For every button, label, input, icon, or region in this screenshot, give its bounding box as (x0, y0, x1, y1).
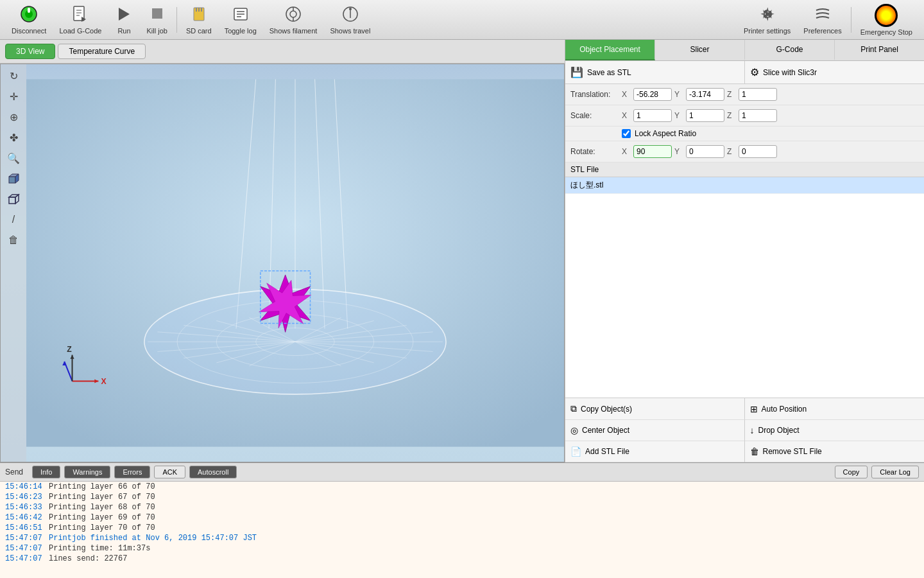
add-stl-label: Add STL File (585, 447, 629, 456)
slice-button[interactable]: ⚙ Slice with Slic3r (745, 61, 924, 83)
tz-axis-label: Z (727, 90, 736, 99)
kill-job-icon (149, 5, 166, 26)
log-time: 15:46:23 (5, 493, 44, 502)
3d-viewport[interactable]: ↻ ✛ ⊕ ✤ 🔍 (0, 64, 565, 462)
sx-axis-label: X (622, 111, 631, 120)
shows-travel-label: Shows travel (330, 27, 370, 35)
rotate-label: Rotate: (570, 147, 622, 156)
log-time: 15:46:51 (5, 523, 44, 532)
zoom-tool[interactable]: 🔍 (4, 149, 23, 167)
rx-input[interactable] (633, 145, 672, 158)
tab-temperature-curve[interactable]: Temperature Curve (58, 44, 146, 59)
sx-input[interactable] (633, 109, 672, 122)
shows-travel-button[interactable]: Shows travel (323, 3, 377, 37)
trash-tool[interactable]: 🗑 (4, 231, 23, 249)
tab-3d-view[interactable]: 3D View (5, 44, 55, 59)
sy-axis-label: Y (674, 111, 683, 120)
svg-rect-13 (201, 8, 202, 12)
emergency-stop-button[interactable]: Emergency Stop (854, 1, 919, 39)
drop-object-button[interactable]: ↓ Drop Object (745, 420, 925, 441)
3d-scene: X Z (26, 64, 564, 462)
tx-axis-label: X (622, 90, 631, 99)
emergency-stop-label: Emergency Stop (860, 28, 912, 36)
lock-aspect-checkbox[interactable] (622, 129, 631, 138)
info-button[interactable]: Info (32, 466, 60, 478)
auto-position-icon: ⊞ (750, 404, 758, 414)
sy-input[interactable] (686, 109, 724, 122)
tx-input[interactable] (633, 88, 672, 101)
translation-row: Translation: X Y Z (565, 84, 924, 105)
translation-fields: X Y Z (622, 88, 919, 101)
load-gcode-button[interactable]: Load G-Code (53, 3, 108, 37)
log-message: lines send: 22767 (49, 554, 127, 563)
log-toolbar: Send Info Warnings Errors ACK Autoscroll… (0, 463, 924, 482)
transform-tool[interactable]: ✤ (4, 128, 23, 146)
tab-object-placement[interactable]: Object Placement (565, 40, 655, 60)
run-icon (116, 5, 132, 26)
log-line: 15:46:14Printing layer 66 of 70 (0, 482, 924, 492)
copy-log-button[interactable]: Copy (835, 466, 868, 478)
left-panel: 3D View Temperature Curve ↻ ✛ ⊕ ✤ 🔍 (0, 40, 565, 462)
top-actions: 💾 Save as STL ⚙ Slice with Slic3r (565, 61, 924, 84)
tab-print-panel[interactable]: Print Panel (835, 40, 924, 60)
preferences-button[interactable]: Preferences (797, 3, 848, 37)
ty-input[interactable] (686, 88, 724, 101)
preferences-icon (814, 5, 832, 26)
printer-settings-button[interactable]: Printer settings (737, 3, 797, 37)
log-message: Printing layer 67 of 70 (49, 493, 155, 502)
box-view-tool[interactable] (4, 170, 23, 188)
sz-input[interactable] (739, 109, 777, 122)
svg-text:X: X (101, 377, 107, 386)
preferences-label: Preferences (803, 27, 841, 35)
wireframe-tool[interactable] (4, 190, 23, 208)
rotate-view-tool[interactable]: ↻ (4, 67, 23, 85)
pan-tool[interactable]: ✛ (4, 87, 23, 105)
tab-gcode[interactable]: G-Code (745, 40, 835, 60)
run-label: Run (117, 27, 130, 35)
svg-rect-31 (9, 197, 15, 204)
ruler-tool[interactable]: / (4, 211, 23, 229)
clear-log-button[interactable]: Clear Log (871, 466, 919, 478)
rz-axis-label: Z (727, 147, 736, 156)
tz-input[interactable] (739, 88, 777, 101)
kill-job-button[interactable]: Kill job (140, 3, 173, 37)
errors-button[interactable]: Errors (114, 466, 150, 478)
auto-position-button[interactable]: ⊞ Auto Position (745, 398, 925, 420)
rotate-row: Rotate: X Y Z (565, 141, 924, 162)
warnings-button[interactable]: Warnings (64, 466, 110, 478)
shows-travel-icon (341, 5, 359, 26)
log-panel: Send Info Warnings Errors ACK Autoscroll… (0, 462, 924, 578)
ack-button[interactable]: ACK (154, 466, 185, 478)
log-line: 15:46:51Printing layer 70 of 70 (0, 523, 924, 533)
sd-card-button[interactable]: SD card (180, 3, 218, 37)
stl-list-item[interactable]: ほし型.stl (565, 177, 924, 194)
ry-input[interactable] (686, 145, 724, 158)
stl-file-header: STL File (565, 162, 924, 177)
remove-stl-label: Remove STL File (763, 447, 822, 456)
disconnect-button[interactable]: Disconnect (5, 3, 53, 37)
add-stl-button[interactable]: 📄 Add STL File (565, 441, 745, 462)
save-stl-button[interactable]: 💾 Save as STL (565, 61, 745, 83)
copy-objects-button[interactable]: ⧉ Copy Object(s) (565, 398, 745, 420)
load-gcode-label: Load G-Code (59, 27, 101, 35)
autoscroll-button[interactable]: Autoscroll (189, 466, 237, 478)
object-placement-panel: 💾 Save as STL ⚙ Slice with Slic3r Transl… (565, 61, 924, 462)
remove-stl-button[interactable]: 🗑 Remove STL File (745, 441, 925, 462)
log-time: 15:46:14 (5, 482, 44, 491)
log-time: 15:46:42 (5, 513, 44, 522)
tab-slicer[interactable]: Slicer (655, 40, 745, 60)
right-tabs: Object Placement Slicer G-Code Print Pan… (565, 40, 924, 61)
toggle-log-button[interactable]: Toggle log (218, 3, 263, 37)
shows-filament-button[interactable]: Shows filament (263, 3, 324, 37)
log-line: 15:46:23Printing layer 67 of 70 (0, 492, 924, 502)
rz-input[interactable] (739, 145, 777, 158)
drop-object-label: Drop Object (758, 426, 800, 435)
move-tool[interactable]: ⊕ (4, 108, 23, 126)
center-object-button[interactable]: ◎ Center Object (565, 420, 745, 441)
toolbar: Disconnect Load G-Code Run Kill (0, 0, 924, 40)
view-tabs: 3D View Temperature Curve (0, 40, 565, 64)
slice-icon: ⚙ (750, 66, 759, 78)
log-time: 15:47:07 (5, 544, 44, 553)
log-message: Printing layer 69 of 70 (49, 513, 155, 522)
run-button[interactable]: Run (108, 3, 140, 37)
